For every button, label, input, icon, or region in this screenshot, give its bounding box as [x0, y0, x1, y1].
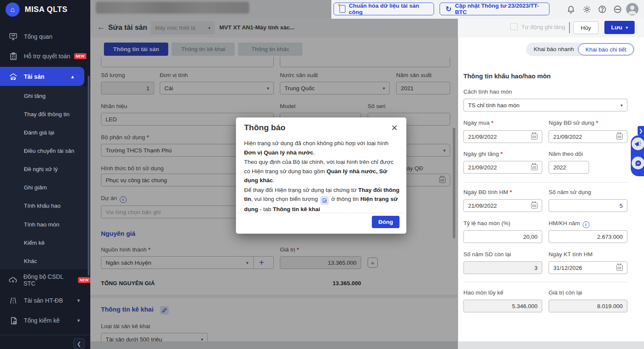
submenu-item-ghi-tang[interactable]: Ghi tăng	[24, 92, 46, 100]
save-button[interactable]: Lưu ▾	[604, 21, 635, 34]
chevron-down-icon: ▾	[208, 26, 210, 30]
redacted-org-name	[96, 2, 249, 14]
so-luong-input[interactable]: 1	[101, 82, 154, 94]
modal-body: Hiện trạng sử dụng đã chọn không phù hợp…	[244, 139, 400, 215]
ngay-bd-tinh-hm-label: Ngày BĐ tính HM	[463, 189, 512, 195]
user-avatar[interactable]	[626, 3, 638, 15]
submenu-item-tinh-khau-hao[interactable]: Tính khấu hao	[24, 201, 60, 210]
modal-text: Hiện trạng sử dụng đã chọn không phù hợp…	[244, 140, 388, 146]
chevron-down-icon: ▾	[621, 103, 623, 108]
nam-san-xuat-input[interactable]: 2021	[396, 82, 450, 94]
update-circular-button[interactable]: ↻ Cập nhật Thông tư 23/2023/TT-BTC	[440, 3, 549, 15]
submenu-item-danh-gia-lai[interactable]: Đánh giá lại	[24, 128, 54, 137]
submenu-item-tinh-hao-mon[interactable]: Tính hao mòn	[24, 220, 59, 229]
ngay-ghi-tang-input[interactable]: 21/09/2022	[463, 161, 542, 174]
page-bottom-strip	[90, 341, 644, 349]
gia-tri-con-lai-input[interactable]: 8.019.000	[549, 300, 627, 312]
so-seri-label: Số seri	[368, 103, 385, 109]
back-arrow-icon[interactable]: ←	[97, 23, 105, 32]
add-source-button[interactable]: +	[254, 258, 269, 268]
ngay-mua-input[interactable]: 21/09/2022	[463, 130, 542, 143]
toggle-khai-bao-nhanh[interactable]: Khai báo nhanh	[534, 46, 574, 52]
sidebar-scrollbar[interactable]	[88, 76, 89, 276]
close-icon[interactable]: ✕	[390, 123, 399, 132]
hao-mon-luy-ke-input[interactable]: 5.346.000	[463, 300, 542, 312]
chevron-down-icon: ▼	[76, 318, 81, 323]
submenu-item-ghi-giam[interactable]: Ghi giảm	[24, 183, 47, 192]
expand-panel-tab[interactable]: ❯	[638, 126, 644, 135]
submenu-item-de-nghi-xu-ly[interactable]: Đề nghị xử lý	[24, 165, 58, 173]
more-options-icon[interactable]	[613, 5, 622, 14]
help-icon[interactable]	[598, 5, 607, 14]
support-chat-icon[interactable]	[632, 157, 644, 169]
ngay-bd-su-dung-input[interactable]: 21/09/2022	[549, 130, 627, 143]
sidebar-item-label: Đồng bộ CSDL STC	[23, 273, 74, 287]
calendar-icon	[531, 164, 538, 170]
chevron-down-icon: ▼	[76, 298, 81, 303]
standardize-data-button[interactable]: ★ Chuẩn hóa dữ liệu tài sản công	[334, 3, 434, 15]
gia-tri-label: Giá trị	[280, 246, 299, 253]
model-label: Model	[280, 103, 296, 109]
sidebar-item-ho-tro-quyet-toan[interactable]: Hỗ trợ quyết toán NEW	[0, 49, 90, 63]
bo-phan-su-dung-label: Bộ phận sử dụng	[101, 134, 149, 140]
don-vi-tinh-select[interactable]: Cái▾	[160, 82, 274, 94]
ty-le-hao-mon-input[interactable]: 20,00	[463, 230, 542, 243]
don-vi-tinh-label: Đơn vị tính	[160, 72, 188, 78]
nguon-hinh-thanh-label: Nguồn hình thành	[101, 246, 150, 253]
hinh-thuc-label: Hình thức bố trí sử dụng	[101, 165, 164, 172]
gia-tri-input[interactable]: 13.365.000	[280, 256, 361, 269]
auto-increase-checkbox[interactable]	[510, 23, 518, 30]
loai-tai-san-label: Loại tài sản kê khai	[101, 323, 150, 329]
nam-theo-doi-input[interactable]: 2022	[549, 161, 589, 174]
cach-tinh-select[interactable]: TS chỉ tính hao mòn▾	[463, 99, 627, 112]
tab-thong-tin-ke-khai[interactable]: Thông tin kê khai	[172, 43, 235, 56]
so-luong-label: Số lượng	[101, 72, 125, 78]
modal-text: - tab	[258, 206, 273, 212]
chevron-down-icon: ▾	[246, 260, 248, 265]
so-nam-sd-con-lai-input[interactable]: 3	[463, 261, 542, 274]
sidebar: ⌂ MISA QLTS Tổng quan Hỗ trợ quyết toán …	[0, 0, 90, 349]
toolbar: ← Sửa tài sản Máy móc thiết bị ▾ MVT XT …	[90, 19, 644, 37]
document-star-icon: ★	[339, 5, 345, 13]
settings-gear-icon[interactable]	[582, 5, 592, 14]
cancel-button[interactable]: Hủy	[573, 21, 598, 34]
modal-text-bold: Đơn vị Quản lý nhà nước	[244, 149, 313, 156]
tab-thong-tin-khac[interactable]: Thông tin khác	[238, 43, 302, 56]
announcement-megaphone-icon[interactable]	[632, 137, 644, 150]
calendar-icon	[439, 177, 446, 183]
edit-pencil-icon[interactable]	[160, 306, 169, 315]
panel-divider	[463, 182, 627, 183]
form-scrollbar[interactable]	[453, 128, 455, 238]
ngay-kt-tinh-hm-label: Ngày KT tính HM	[549, 251, 592, 257]
sidebar-item-dong-bo-csdl-stc[interactable]: Đồng bộ CSDL STC NEW	[0, 273, 90, 287]
toggle-khai-bao-chi-tiet[interactable]: Khai báo chi tiết	[578, 43, 634, 55]
cut-off-field[interactable]	[101, 57, 274, 67]
submenu-item-dieu-chuyen-tai-san[interactable]: Điều chuyển tài sản	[24, 146, 75, 155]
sidebar-collapse-button[interactable]: ❮	[74, 338, 84, 349]
modal-close-button[interactable]: Đóng	[372, 216, 400, 228]
cut-off-field[interactable]	[280, 57, 450, 67]
add-value-button[interactable]: +	[368, 257, 378, 268]
sidebar-item-tai-san-ht-db[interactable]: Tài sản HT-ĐB ▼	[0, 294, 90, 307]
ngay-bd-tinh-hm-input[interactable]: 21/09/2022	[463, 199, 542, 212]
notification-bell-icon[interactable]	[566, 5, 575, 14]
asset-category-dropdown[interactable]: Máy móc thiết bị ▾	[151, 21, 215, 34]
submenu-item-kiem-ke[interactable]: Kiểm kê	[24, 238, 45, 247]
sidebar-item-tong-quan[interactable]: Tổng quan	[0, 30, 90, 43]
nguon-hinh-thanh-select[interactable]: Ngân sách Huyện ▾ +	[101, 256, 274, 269]
sidebar-item-tai-san[interactable]: Tài sản ▲	[0, 67, 84, 86]
nguyen-gia-section-title: Nguyên giá	[101, 230, 135, 237]
sidebar-item-tong-kiem-ke[interactable]: Tổng kiểm kê ▼	[0, 314, 90, 327]
ngay-kt-tinh-hm-input[interactable]: 31/12/2026	[549, 261, 627, 274]
modal-text: .	[273, 177, 275, 183]
tab-thong-tin-tai-san[interactable]: Thông tin tài sản	[104, 43, 168, 56]
overview-icon	[9, 33, 18, 40]
info-icon: i	[583, 221, 589, 228]
nam-san-xuat-label: Năm sản xuất	[396, 72, 431, 78]
so-nam-sd-con-lai-label: Số năm SD còn lại	[463, 251, 511, 257]
submenu-item-thay-doi-thong-tin[interactable]: Thay đổi thông tin	[24, 110, 69, 118]
submenu-item-khac[interactable]: Khác	[24, 257, 37, 265]
so-nam-su-dung-input[interactable]: 5	[549, 199, 627, 212]
nuoc-san-xuat-select[interactable]: Trung Quốc▾	[280, 82, 390, 94]
hm-kh-nam-input[interactable]: 2.673.000	[549, 230, 627, 243]
